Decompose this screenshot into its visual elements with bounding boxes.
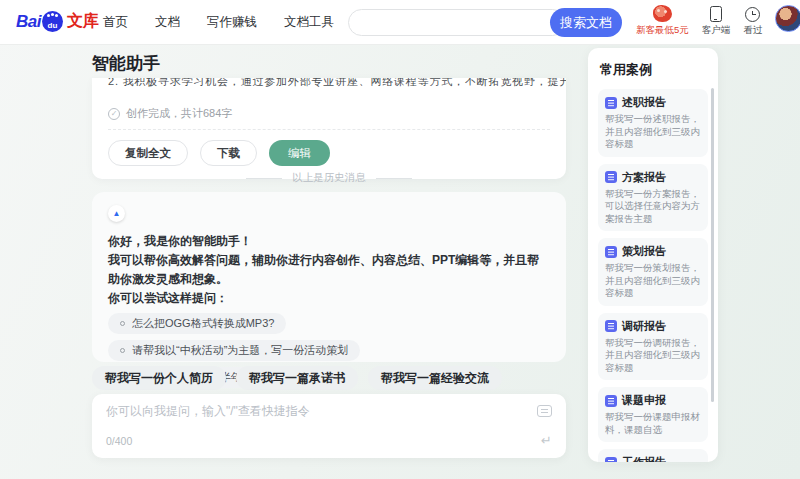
quick-prompt-experience[interactable]: 帮我写一篇经验交流 [368, 366, 502, 390]
case-card-research-report[interactable]: 调研报告 帮我写一份调研报告，并且内容细化到三级内容标题 [598, 313, 708, 381]
report-icon [605, 320, 617, 332]
char-counter: 0/400 [106, 435, 132, 447]
assistant-intro: 我可以帮你高效解答问题，辅助你进行内容创作、内容总结、PPT编辑等，并且帮助你激… [108, 251, 550, 289]
generation-status: ✓ 创作完成，共计684字 [92, 99, 566, 129]
case-desc: 帮我写一份述职报告，并且内容细化到三级内容标题 [605, 113, 701, 151]
quick-prompt-commitment[interactable]: 帮我写一篇承诺书 [236, 366, 358, 390]
logo-bai-text: Bai [16, 12, 41, 32]
case-card-project-application[interactable]: 课题申报 帮我写一份课题申报材料，课题自选 [598, 387, 708, 442]
sidebar-scrollbar[interactable] [711, 88, 714, 402]
doc-clipped-line: 2. 我积极寻求学习机会，通过参加外部专业讲座、网络课程等方式，不断拓宽视野，提… [108, 78, 550, 91]
doc-clipped-text-area: 2. 我积极寻求学习机会，通过参加外部专业讲座、网络课程等方式，不断拓宽视野，提… [92, 78, 566, 99]
nav-item-home[interactable]: 首页 [103, 14, 128, 31]
bullet-icon [120, 348, 125, 353]
case-title: 调研报告 [622, 319, 666, 334]
case-desc: 帮我写一份课题申报材料，课题自选 [605, 411, 701, 436]
case-card-plan-report[interactable]: 方案报告 帮我写一份方案报告，可以选择任意内容为方案报告主题 [598, 164, 708, 232]
case-desc: 帮我写一份策划报告，并且内容细化到三级内容标题 [605, 262, 701, 300]
report-icon [605, 395, 617, 407]
suggestion-text: 请帮我以“中秋活动”为主题，写一份活动策划 [132, 343, 348, 358]
history-divider-label: 以上是历史消息 [292, 171, 366, 185]
report-icon [605, 246, 617, 258]
search-docs-button[interactable]: 搜索文档 [550, 8, 622, 37]
phone-icon [710, 6, 722, 22]
assistant-message-card: ▲ 你好，我是你的智能助手！ 我可以帮你高效解答问题，辅助你进行内容创作、内容总… [92, 192, 566, 362]
header-actions: 新客最低5元 客户端 看过 [636, 5, 800, 37]
case-card-planning-report[interactable]: 策划报告 帮我写一份策划报告，并且内容细化到三级内容标题 [598, 238, 708, 306]
assistant-message-text: 你好，我是你的智能助手！ 我可以帮你高效解答问题，辅助你进行内容创作、内容总结、… [108, 232, 550, 308]
common-cases-panel: 常用案例 述职报告 帮我写一份述职报告，并且内容细化到三级内容标题 方案报告 帮… [588, 48, 718, 462]
case-title: 述职报告 [622, 95, 666, 110]
logo-wenku-text: 文库 [67, 11, 99, 32]
common-cases-title: 常用案例 [600, 61, 708, 79]
generated-doc-card: 2. 我积极寻求学习机会，通过参加外部专业讲座、网络课程等方式，不断拓宽视野，提… [92, 78, 566, 179]
check-circle-icon: ✓ [108, 108, 120, 120]
bullet-icon [120, 321, 125, 326]
viewed-label: 看过 [743, 24, 762, 37]
user-avatar[interactable] [775, 5, 800, 32]
download-button[interactable]: 下载 [200, 140, 257, 166]
report-icon [605, 457, 617, 463]
assistant-prompt-hint: 你可以尝试这样提问： [108, 289, 550, 308]
clock-icon [745, 7, 760, 22]
nav-item-docs[interactable]: 文档 [155, 14, 180, 31]
client-label: 客户端 [702, 24, 731, 37]
main-nav: 首页 文档 写作赚钱 文档工具 更多 [103, 0, 386, 45]
quick-prompt-resume[interactable]: 帮我写一份个人简历 [92, 366, 226, 390]
copy-full-text-button[interactable]: 复制全文 [108, 140, 188, 166]
composer-input-row [106, 403, 552, 421]
promo-label: 新客最低5元 [636, 24, 689, 37]
report-icon [605, 171, 617, 183]
nav-item-write-earn[interactable]: 写作赚钱 [207, 14, 257, 31]
case-title: 方案报告 [622, 170, 666, 185]
promo-entry[interactable]: 新客最低5元 [636, 5, 689, 37]
generation-status-text: 创作完成，共计684字 [126, 106, 232, 121]
case-title: 工作报告 [622, 455, 666, 462]
composer-card: 0/400 ↵ [92, 394, 566, 458]
nav-item-doc-tools[interactable]: 文档工具 [284, 14, 334, 31]
composer-input[interactable] [106, 403, 537, 421]
assistant-avatar-icon: ▲ [108, 205, 125, 222]
case-card-work-report[interactable]: 工作报告 帮我写一份工作报告，工作类型随机 [598, 449, 708, 462]
history-messages-divider: 以上是历史消息 [92, 171, 566, 185]
search-bar: 搜索文档 [348, 8, 622, 37]
report-icon [605, 97, 617, 109]
search-input[interactable] [348, 9, 566, 36]
case-desc: 帮我写一份方案报告，可以选择任意内容为方案报告主题 [605, 188, 701, 226]
composer-footer: 0/400 ↵ [106, 434, 552, 447]
promo-icon [653, 5, 672, 22]
assistant-greeting: 你好，我是你的智能助手！ [108, 232, 550, 251]
shortcut-icon[interactable] [537, 405, 552, 417]
case-title: 策划报告 [622, 244, 666, 259]
quick-prompt-row: 帮我写一份个人简历 帮我写一篇承诺书 帮我写一篇经验交流 [92, 366, 502, 390]
case-title: 课题申报 [622, 393, 666, 408]
suggestion-text: 怎么把OGG格式转换成MP3? [132, 316, 274, 331]
viewed-entry[interactable]: 看过 [743, 5, 762, 37]
enter-icon[interactable]: ↵ [541, 434, 552, 447]
edit-button[interactable]: 编辑 [269, 140, 330, 166]
case-card-shuzhi-report[interactable]: 述职报告 帮我写一份述职报告，并且内容细化到三级内容标题 [598, 89, 708, 157]
suggestion-chip[interactable]: 请帮我以“中秋活动”为主题，写一份活动策划 [108, 340, 360, 361]
case-desc: 帮我写一份调研报告，并且内容细化到三级内容标题 [605, 337, 701, 375]
case-list: 述职报告 帮我写一份述职报告，并且内容细化到三级内容标题 方案报告 帮我写一份方… [598, 89, 708, 462]
suggestion-chip[interactable]: 怎么把OGG格式转换成MP3? [108, 313, 286, 334]
top-navbar: Bai du 文库 首页 文档 写作赚钱 文档工具 更多 搜索文档 新客最低5元… [0, 0, 800, 45]
client-entry[interactable]: 客户端 [702, 5, 731, 37]
baidu-wenku-logo[interactable]: Bai du 文库 [16, 11, 99, 32]
baidu-paw-icon: du [42, 11, 63, 32]
page-title: 智能助手 [92, 52, 160, 75]
